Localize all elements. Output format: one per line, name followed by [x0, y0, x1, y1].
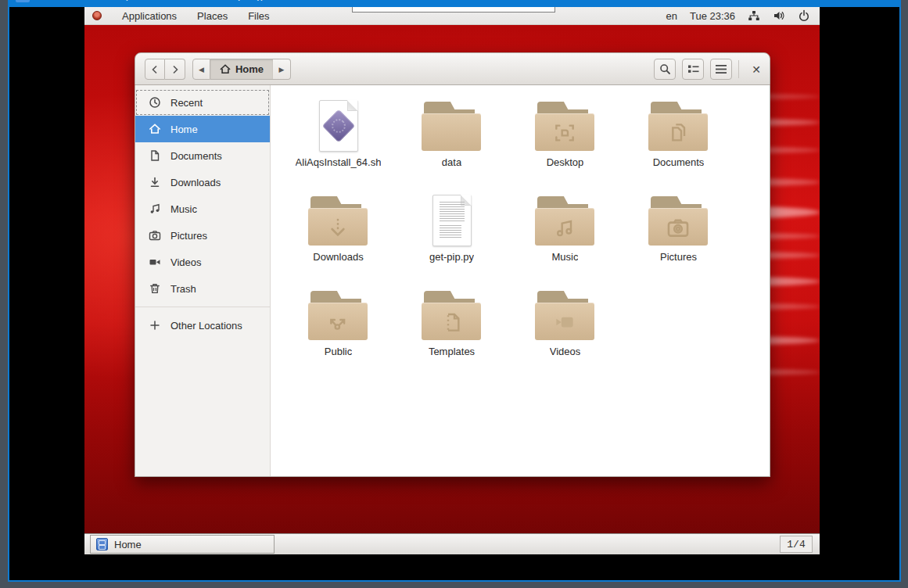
header-separator — [738, 60, 739, 78]
hamburger-icon — [716, 65, 727, 74]
downloads-emblem-icon — [308, 210, 368, 246]
folder-icon — [535, 102, 596, 151]
file-name-label: Downloads — [313, 251, 363, 263]
sidebar-item-label: Videos — [170, 256, 202, 268]
desktop-emblem-icon — [535, 115, 594, 151]
plus-icon — [149, 319, 161, 332]
path-back-arrow-button[interactable]: ◀ — [192, 59, 210, 80]
minimize-button[interactable] — [798, 0, 832, 7]
file-item-downloads[interactable]: Downloads — [282, 186, 395, 281]
home-icon — [149, 123, 161, 135]
vnc-window-title: 47.75.127.95:5901 (localhost.localdomain… — [37, 0, 328, 1]
sidebar-item-home[interactable]: Home — [135, 116, 270, 142]
screen-root: 科技有限公... V2 47.75.127.95:5901 (localhost… — [0, 0, 908, 588]
sidebar-item-label: Documents — [170, 150, 222, 162]
menu-places[interactable]: Places — [197, 10, 228, 22]
file-item-data[interactable]: data — [395, 91, 508, 186]
file-item-videos[interactable]: Videos — [508, 281, 622, 375]
templates-emblem-icon — [422, 304, 481, 340]
file-item-desktop[interactable]: Desktop — [508, 91, 622, 186]
file-grid[interactable]: AliAqsInstall_64.shdataDesktopDocumentsD… — [271, 85, 770, 476]
document-icon — [149, 149, 161, 162]
location-label: Home — [235, 63, 264, 75]
taskbar-home-button[interactable]: Home — [90, 535, 275, 554]
sidebar-item-pictures[interactable]: Pictures — [135, 222, 270, 249]
remote-desktop: Applications Places Files en Tue 23:36 — [84, 7, 820, 554]
vnc-toolbar-strip[interactable] — [352, 7, 555, 13]
sidebar-item-videos[interactable]: Videos — [135, 249, 270, 275]
vnc-viewer-window: V2 47.75.127.95:5901 (localhost.localdom… — [8, 7, 901, 582]
file-name-label: Templates — [429, 346, 475, 357]
sidebar-item-trash[interactable]: Trash — [135, 275, 270, 302]
close-button[interactable]: ✕ — [867, 0, 901, 7]
search-icon — [659, 63, 671, 75]
volume-icon[interactable] — [773, 9, 785, 22]
maximize-button[interactable] — [832, 0, 867, 7]
sidebar-item-other-locations[interactable]: Other Locations — [135, 312, 270, 339]
file-name-label: Desktop — [547, 156, 584, 168]
file-item-documents[interactable]: Documents — [622, 91, 735, 186]
camera-icon — [149, 229, 161, 242]
places-sidebar: RecentHomeDocumentsDownloadsMusicPicture… — [135, 85, 271, 476]
file-item-public[interactable]: Public — [282, 281, 395, 375]
file-item-get-pip-py[interactable]: get-pip.py — [395, 186, 508, 281]
window-list-taskbar: Home 1/4 — [84, 533, 820, 554]
window-close-button[interactable]: ✕ — [745, 59, 768, 80]
file-manager-headerbar[interactable]: ◀ Home ▶ — [135, 52, 770, 85]
folder-icon — [422, 102, 483, 151]
power-icon[interactable] — [798, 9, 810, 22]
file-name-label: Documents — [653, 156, 705, 168]
network-icon[interactable] — [748, 9, 760, 22]
sidebar-item-label: Downloads — [170, 177, 221, 188]
path-forward-arrow-button[interactable]: ▶ — [273, 59, 291, 80]
path-bar: ◀ Home ▶ — [192, 59, 291, 80]
sidebar-item-recent[interactable]: Recent — [135, 89, 270, 116]
view-list-icon — [687, 64, 699, 74]
menu-files[interactable]: Files — [248, 10, 269, 22]
file-item-aliaqsinstall-64-sh[interactable]: AliAqsInstall_64.sh — [282, 91, 395, 186]
search-button[interactable] — [654, 59, 676, 80]
file-manager-icon — [96, 538, 108, 550]
forward-button[interactable] — [165, 59, 185, 80]
documents-emblem-icon — [648, 115, 708, 151]
sidebar-item-downloads[interactable]: Downloads — [135, 169, 270, 195]
file-item-pictures[interactable]: Pictures — [622, 186, 735, 281]
workspace-pager[interactable]: 1/4 — [780, 536, 813, 553]
file-item-templates[interactable]: Templates — [395, 281, 508, 375]
sidebar-item-documents[interactable]: Documents — [135, 142, 270, 169]
clock-icon — [149, 96, 161, 109]
folder-icon — [422, 291, 483, 340]
sidebar-item-music[interactable]: Music — [135, 195, 270, 222]
file-name-label: Music — [552, 251, 579, 263]
clock[interactable]: Tue 23:36 — [690, 10, 735, 22]
home-icon — [220, 64, 231, 74]
file-name-label: Videos — [550, 346, 581, 357]
video-icon — [149, 256, 161, 268]
sidebar-item-label: Other Locations — [170, 320, 242, 332]
music-emblem-icon — [535, 210, 594, 246]
sidebar-item-label: Recent — [170, 97, 203, 109]
view-toggle-button[interactable] — [682, 59, 704, 80]
folder-icon — [535, 196, 596, 246]
videos-emblem-icon — [535, 304, 594, 340]
sidebar-item-label: Home — [170, 124, 198, 135]
file-name-label: AliAqsInstall_64.sh — [296, 156, 382, 168]
back-button[interactable] — [145, 59, 165, 80]
menu-applications[interactable]: Applications — [122, 10, 177, 22]
shell-script-icon — [319, 100, 358, 152]
trash-icon — [149, 282, 161, 295]
keyboard-layout-indicator[interactable]: en — [666, 10, 677, 22]
download-icon — [149, 176, 161, 188]
file-item-music[interactable]: Music — [508, 186, 622, 281]
public-emblem-icon — [308, 304, 368, 340]
folder-icon — [308, 291, 369, 340]
sidebar-separator — [135, 307, 270, 307]
file-name-label: Public — [325, 346, 352, 357]
vnc-titlebar[interactable]: V2 47.75.127.95:5901 (localhost.localdom… — [8, 0, 901, 7]
close-icon: ✕ — [879, 0, 889, 1]
file-name-label: get-pip.py — [429, 251, 474, 263]
menu-button[interactable] — [710, 59, 732, 80]
chevron-right-icon — [171, 65, 179, 74]
location-button[interactable]: Home — [210, 59, 273, 80]
file-name-label: data — [442, 156, 461, 168]
